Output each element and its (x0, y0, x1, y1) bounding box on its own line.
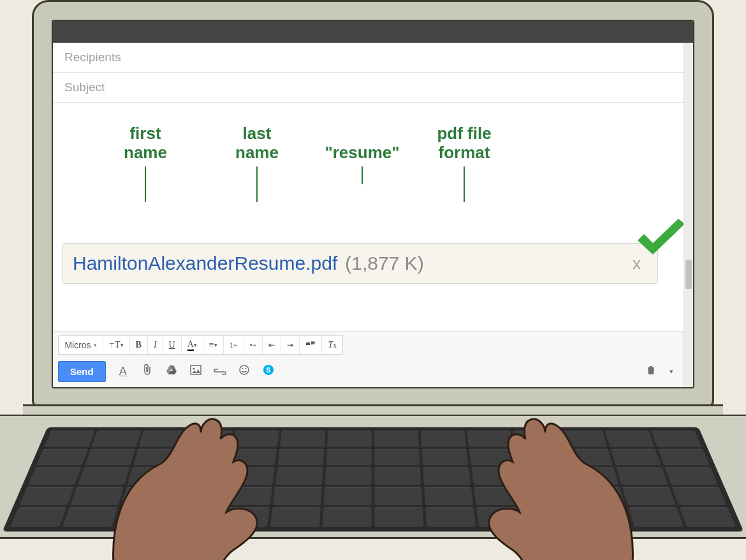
vertical-scrollbar[interactable] (684, 43, 693, 387)
quote-button[interactable]: ❝❞ (300, 336, 322, 354)
annotation-line (362, 166, 363, 184)
annotation-label: "resume" (308, 144, 416, 163)
clear-format-button[interactable]: Tx (322, 336, 342, 354)
annotation-last-name: last name (206, 124, 308, 202)
checkmark-icon (633, 217, 690, 262)
annotation-label: pdf file (416, 124, 512, 144)
email-body[interactable]: first name last name "resume" (53, 103, 684, 307)
numbered-list-button[interactable]: 1≡ (224, 336, 244, 354)
text-color-button[interactable]: A▾ (182, 336, 203, 354)
annotation-line (145, 166, 146, 202)
recipients-field[interactable]: Recipients (53, 43, 684, 73)
underline-button[interactable]: U (163, 336, 182, 354)
format-toolbar: Micros ⊤T▾ B I U A▾ ≡▾ 1≡ •≡ ⇤ ⇥ ❝❞ Tx (58, 335, 343, 355)
annotation-label: name (206, 144, 308, 163)
annotation-label: first (85, 124, 206, 144)
font-size-button[interactable]: ⊤T▾ (103, 336, 130, 354)
bold-button[interactable]: B (130, 336, 148, 354)
annotation-line (256, 166, 258, 202)
annotation-label: format (416, 144, 512, 163)
italic-button[interactable]: I (148, 336, 163, 354)
annotation-line (464, 166, 465, 202)
hand-left-illustration (70, 369, 338, 560)
bullet-list-button[interactable]: •≡ (244, 336, 263, 354)
annotation-first-name: first name (85, 124, 206, 202)
indent-more-button[interactable]: ⇥ (281, 336, 300, 354)
attachment-filename[interactable]: HamiltonAlexanderResume.pdf (73, 253, 337, 274)
email-compose-window: Recipients Subject first name last name (53, 43, 684, 387)
align-button[interactable]: ≡▾ (203, 336, 224, 354)
attachment-filesize: (1,877 K) (345, 253, 423, 274)
annotation-pdf: pdf file format (416, 124, 512, 202)
annotation-resume: "resume" (308, 124, 416, 202)
browser-titlebar (53, 21, 693, 43)
hand-right-illustration (408, 369, 676, 560)
annotation-label: name (85, 144, 206, 163)
screen: Recipients Subject first name last name (52, 20, 694, 388)
indent-less-button[interactable]: ⇤ (263, 336, 281, 354)
scrollbar-thumb[interactable] (685, 260, 692, 289)
filename-annotations: first name last name "resume" (53, 124, 684, 202)
laptop-bezel: Recipients Subject first name last name (32, 0, 714, 408)
annotation-label: last (206, 124, 308, 144)
subject-field[interactable]: Subject (53, 73, 684, 103)
attachment-chip: HamiltonAlexanderResume.pdf (1,877 K) x (62, 243, 658, 284)
font-family-dropdown[interactable]: Micros (59, 336, 103, 354)
